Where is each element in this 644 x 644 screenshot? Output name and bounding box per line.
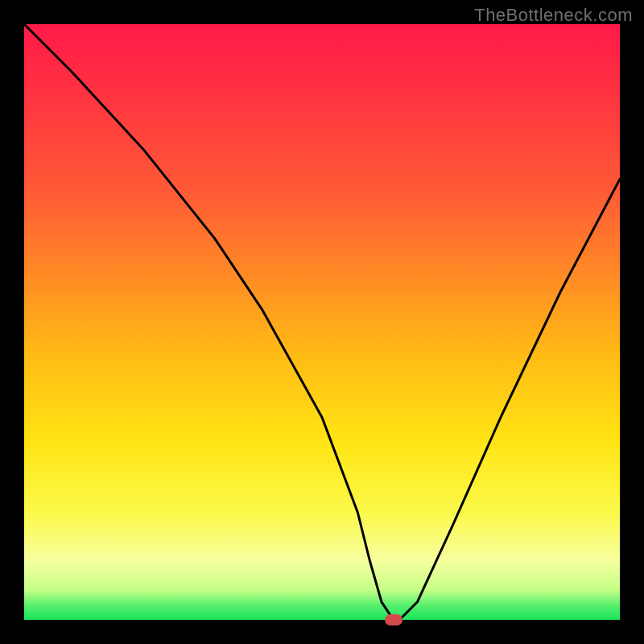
watermark-text: TheBottleneck.com xyxy=(474,5,633,26)
minimum-marker xyxy=(385,614,402,625)
plot-area xyxy=(24,24,620,620)
bottleneck-curve xyxy=(24,24,620,620)
chart-frame: TheBottleneck.com xyxy=(0,0,644,644)
curve-path xyxy=(24,24,620,620)
